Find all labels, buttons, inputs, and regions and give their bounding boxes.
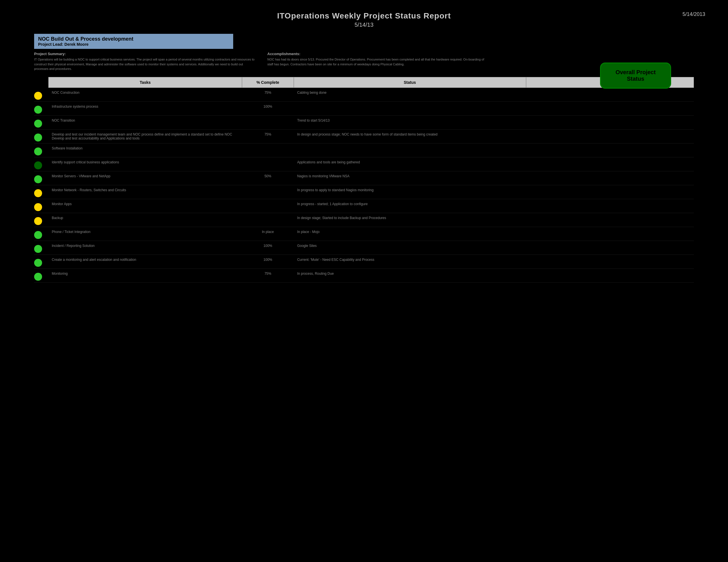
table-row: Incident / Reporting Solution100%Google …	[34, 241, 694, 255]
pct-cell: 50%	[242, 173, 294, 179]
risks-cell	[526, 159, 694, 161]
status-indicator	[34, 90, 48, 100]
indicator-circle	[34, 231, 42, 239]
project-lead-name: Derek Moore	[65, 42, 89, 47]
pct-cell	[242, 159, 294, 161]
table-row: NOC TransitionTrend to start 5/14/13	[34, 116, 694, 130]
task-cell: Monitor Servers - VMware and NetApp	[48, 173, 242, 179]
risks-cell	[526, 257, 694, 259]
indicator-circle	[34, 120, 42, 128]
risks-cell	[526, 103, 694, 106]
task-cell: Incident / Reporting Solution	[48, 243, 242, 249]
risks-cell	[526, 243, 694, 245]
indicator-circle	[34, 217, 42, 225]
indicator-circle	[34, 148, 42, 156]
pct-cell: In place	[242, 229, 294, 235]
status-cell: Current: 'Mute' - Need ESC Capability an…	[294, 257, 526, 263]
risks-cell	[526, 117, 694, 120]
task-cell: Backup	[48, 215, 242, 221]
status-cell: In progress - started; 1 Application to …	[294, 201, 526, 207]
accomplishments-text: NOC has had its doors since 5/13. Procur…	[267, 57, 489, 67]
table-body: NOC Construction75%Cabling being doneInf…	[34, 88, 694, 283]
project-title-bar: NOC Build Out & Process development Proj…	[34, 34, 233, 49]
pct-cell	[242, 117, 294, 120]
table-row: Monitor Network - Routers, Switches and …	[34, 185, 694, 199]
task-cell: Monitor Network - Routers, Switches and …	[48, 187, 242, 193]
page-subtitle: 5/14/13	[17, 22, 711, 28]
indicator-circle	[34, 175, 42, 183]
status-indicator	[34, 103, 48, 114]
status-indicator	[34, 201, 48, 211]
status-cell: In place - Mojo	[294, 229, 526, 235]
risks-cell	[526, 90, 694, 92]
indicator-circle	[34, 134, 42, 142]
summary-block: Project Summary: IT Operations will be b…	[34, 52, 256, 71]
status-cell: Google Sites	[294, 243, 526, 249]
task-cell: Identify support critical business appli…	[48, 159, 242, 165]
table-row: Create a monitoring and alert escalation…	[34, 255, 694, 269]
pct-cell: 100%	[242, 243, 294, 249]
status-indicator	[34, 159, 48, 169]
indicator-circle	[34, 203, 42, 211]
indicator-circle	[34, 245, 42, 253]
table-row: Monitor Servers - VMware and NetApp50%Na…	[34, 171, 694, 185]
table-row: BackupIn design stage; Started to includ…	[34, 213, 694, 227]
status-cell: In design and process stage; NOC needs t…	[294, 131, 526, 138]
pct-cell: 100%	[242, 257, 294, 263]
table-header: Tasks % Complete Status Risks	[48, 77, 694, 88]
task-cell: Monitor Apps	[48, 201, 242, 207]
pct-cell: 100%	[242, 103, 294, 110]
status-cell: In process, Routing Due	[294, 271, 526, 277]
risks-cell	[526, 215, 694, 217]
status-cell: Applications and tools are being gathere…	[294, 159, 526, 165]
table-row: Infrastructure systems process100%	[34, 102, 694, 116]
indicator-circle	[34, 106, 42, 114]
pct-cell: 75%	[242, 90, 294, 96]
pct-cell	[242, 201, 294, 203]
pct-cell: 75%	[242, 271, 294, 277]
status-indicator	[34, 145, 48, 156]
status-indicator	[34, 229, 48, 239]
project-lead-label: Project Lead:	[38, 42, 63, 47]
task-cell: NOC Construction	[48, 90, 242, 96]
status-cell: In progress to apply to standard Nagios …	[294, 187, 526, 193]
pct-cell: 75%	[242, 131, 294, 138]
overall-status-label: Overall Project Status	[615, 69, 655, 82]
header-date: 5/14/2013	[683, 11, 705, 17]
description-section: Project Summary: IT Operations will be b…	[34, 52, 489, 71]
status-indicator	[34, 271, 48, 281]
status-cell: Cabling being done	[294, 90, 526, 96]
indicator-circle	[34, 273, 42, 281]
pct-cell	[242, 145, 294, 148]
accomplishments-title: Accomplishments:	[267, 52, 489, 56]
pct-cell	[242, 187, 294, 189]
status-indicator	[34, 117, 48, 128]
project-lead: Project Lead: Derek Moore	[38, 42, 229, 47]
task-cell: Create a monitoring and alert escalation…	[48, 257, 242, 263]
col-status: Status	[294, 77, 526, 88]
task-cell: Monitoring	[48, 271, 242, 277]
indicator-circle	[34, 161, 42, 169]
status-indicator	[34, 187, 48, 197]
table-row: NOC Construction75%Cabling being done	[34, 88, 694, 102]
risks-cell	[526, 131, 694, 134]
table-row: Identify support critical business appli…	[34, 157, 694, 171]
indicator-circle	[34, 92, 42, 100]
status-cell	[294, 145, 526, 148]
status-indicator	[34, 215, 48, 225]
risks-cell	[526, 173, 694, 175]
task-cell: Infrastructure systems process	[48, 103, 242, 110]
overall-status-button[interactable]: Overall Project Status	[600, 63, 671, 89]
summary-title: Project Summary:	[34, 52, 256, 56]
accomplishments-block: Accomplishments: NOC has had its doors s…	[267, 52, 489, 71]
project-title: NOC Build Out & Process development	[38, 36, 229, 42]
table-row: Monitor AppsIn progress - started; 1 App…	[34, 199, 694, 213]
table-row: Monitoring75%In process, Routing Due	[34, 269, 694, 283]
table-row: Phone / Ticket IntegrationIn placeIn pla…	[34, 227, 694, 241]
status-indicator	[34, 243, 48, 253]
summary-text: IT Operations will be building a NOC to …	[34, 57, 256, 71]
table-row: Develop and test our incident management…	[34, 130, 694, 144]
status-indicator	[34, 257, 48, 267]
pct-cell	[242, 215, 294, 217]
status-cell	[294, 103, 526, 106]
